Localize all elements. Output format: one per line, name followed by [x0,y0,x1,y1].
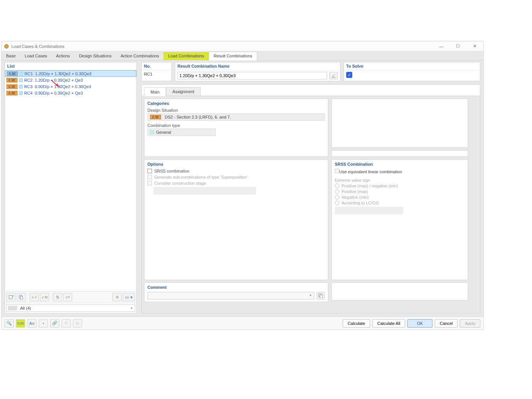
categories-card: Categories Design Situation 2.3E DS2 - S… [144,98,328,157]
radio-pos [335,189,339,194]
detail-panel: No. RC1 Result Combination Name To Solve… [141,62,480,314]
radio-posneg [335,184,339,188]
foot-fx-icon[interactable]: fx [73,319,82,328]
svg-point-0 [5,44,9,48]
tab-base[interactable]: Base [2,52,20,60]
svg-rect-6 [20,296,22,299]
ok-button[interactable]: OK [407,319,432,328]
categories-title: Categories [147,101,325,106]
foot-notes-icon[interactable]: A≡ [27,319,36,328]
view-mode-button[interactable]: ▭ ▾ [123,293,135,301]
sort-button[interactable]: ⇅ [53,293,62,301]
maximize-button[interactable]: ☐ [450,42,466,51]
opt-constage-label: Consider construction stage [154,181,206,185]
name-input[interactable] [177,72,327,79]
titlebar: Load Cases & Combinations — ☐ ✕ [2,41,483,51]
comment-card: Comment [144,282,328,302]
apply-button: Apply [460,319,480,328]
rc-name: 0.90D/p + 1.30Qe2 + 0.30Qe3 [35,84,91,89]
foot-refresh-icon[interactable]: ↻ [62,319,71,328]
minimize-button[interactable]: — [433,42,449,51]
tab-load-combinations[interactable]: Load Combinations [163,52,209,60]
no-field-group: No. RC1 [141,62,172,81]
design-situation-label: Design Situation [147,108,325,112]
options-card: Options SRSS combination Generate sub-co… [144,159,328,280]
evs-r2: Positive (max) [342,189,368,194]
top-tab-strip: Base Load Cases Actions Design Situation… [2,51,483,60]
tab-result-combinations[interactable]: Result Combinations [209,52,257,60]
name-label: Result Combination Name [175,62,340,70]
rc-name: 1.20D/p + 1.30Qe2 + 0.30Qe3 [35,71,92,76]
combination-type-value: General [147,128,216,136]
name-field-group: Result Combination Name [175,62,340,81]
srss-use-eq: Use equivalent linear combination [339,169,402,174]
delete-button[interactable]: ✕ [112,293,122,301]
deselect-button[interactable]: ✓⟲ [40,293,49,301]
tab-actions[interactable]: Actions [52,52,74,60]
rc-id: RC4 [24,91,35,95]
list-area[interactable]: 2.3E RC1 1.20D/p + 1.30Qe2 + 0.30Qe3 2.3… [5,70,136,291]
sub-tab-main[interactable]: Main [144,87,166,96]
filter-text: All (4) [20,306,31,310]
color-swatch [19,85,23,89]
disabled-subinput [154,187,256,195]
srss-disabled-input [335,207,403,214]
list-badge: 2.3E [6,78,17,82]
ctype-text: General [156,130,171,135]
empty-card-bottom-right [331,282,468,301]
tab-load-cases[interactable]: Load Cases [20,52,52,60]
empty-card-top-right [331,98,468,148]
filter-select[interactable]: All (4) [6,304,135,312]
no-value: RC1 [144,72,152,76]
solve-field-group: To Solve ✓ [344,62,480,81]
close-button[interactable]: ✕ [467,42,483,51]
ds-text: DS2 - Section 2.3 (LRFD), 6. and 7. [165,115,231,119]
options-title: Options [147,162,325,166]
list-item[interactable]: 2.3E RC1 1.20D/p + 1.30Qe2 + 0.30Qe3 [5,70,136,77]
copy-button[interactable] [17,293,26,301]
comment-copy-button[interactable] [317,292,325,299]
evs-r3: Negative (min) [342,195,369,200]
calculate-button[interactable]: Calculate [343,319,370,328]
solve-label: To Solve [344,62,480,70]
to-solve-checkbox[interactable]: ✓ [346,72,352,78]
foot-link-icon[interactable]: 🔗 [50,319,59,328]
tab-design-situations[interactable]: Design Situations [74,52,116,60]
new-button[interactable]: ★ [6,293,16,301]
footer: 🔍 0.00 A≡ • 🔗 ↻ fx Calculate Calculate A… [2,317,483,329]
list-item[interactable]: 2.3E RC4 0.90D/p + 0.39Qe2 + Qe3 [5,90,136,96]
tab-action-combinations[interactable]: Action Combinations [116,52,163,60]
ds-badge: 2.3E [150,115,161,119]
radio-lcco [335,201,339,205]
svg-text:★: ★ [12,294,14,297]
color-swatch [19,78,23,82]
select-all-button[interactable]: ✓✓ [30,293,39,301]
comment-input[interactable] [147,292,314,299]
svg-rect-8 [320,295,323,298]
window-title: Load Cases & Combinations [11,44,433,49]
opt-gensub-label: Generate sub-combinations of type 'Super… [154,175,248,179]
srss-checkbox[interactable] [147,169,152,173]
list-badge: 2.3E [6,91,17,95]
evs-r1: Positive (max) / negative (min) [342,184,398,188]
list-item[interactable]: 2.3E RC2 1.20D/p + 0.39Qe2 + Qe3 [5,77,136,83]
filter-swatch [8,306,17,310]
rc-id: RC1 [25,71,35,76]
cancel-button[interactable]: Cancel [435,319,458,328]
srss-title: SRSS Combination [335,162,465,166]
list-header: List [5,62,136,70]
edit-name-button[interactable] [329,72,338,79]
foot-find-icon[interactable]: 🔍 [5,319,14,328]
list-item[interactable]: 2.3E RC3 0.90D/p + 1.30Qe2 + 0.30Qe3 [5,83,136,90]
foot-dot-icon[interactable]: • [39,319,48,328]
evs-label: Extreme value sign [335,178,465,182]
opt-srss-label: SRSS combination [154,169,189,173]
calculate-all-button[interactable]: Calculate All [372,319,405,328]
sub-tab-assignment[interactable]: Assignment [166,87,201,96]
renumber-button[interactable]: 2↺ [63,293,72,301]
list-toolbar: ★ ✓✓ ✓⟲ ⇅ 2↺ ✕ ▭ ▾ [5,291,136,303]
foot-units-icon[interactable]: 0.00 [16,319,25,328]
rc-id: RC3 [24,84,35,89]
list-badge: 2.3E [7,71,18,76]
design-situation-value: 2.3E DS2 - Section 2.3 (LRFD), 6. and 7. [147,113,325,121]
